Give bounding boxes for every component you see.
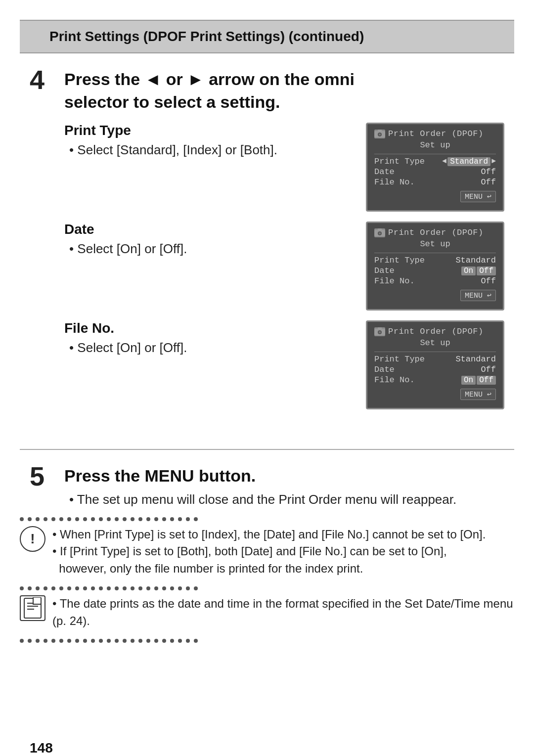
lcd-row-f-3: File No. On Off <box>374 375 496 385</box>
dot <box>59 517 63 521</box>
header-bar: Print Settings (DPOF Print Settings) (co… <box>20 20 514 53</box>
lcd-value-on-fileno: On <box>461 376 476 385</box>
dot <box>75 586 79 590</box>
dot <box>83 586 87 590</box>
dot <box>91 639 95 643</box>
svg-rect-5 <box>378 228 382 230</box>
dot <box>75 639 79 643</box>
dot <box>107 517 111 521</box>
svg-rect-16 <box>33 597 41 604</box>
lcd-row-d-2: Date On Off <box>374 266 496 275</box>
dot <box>107 586 111 590</box>
dot <box>51 639 55 643</box>
dot <box>67 517 71 521</box>
svg-rect-1 <box>378 130 382 132</box>
lcd-footer-2: MENU ↩ <box>374 290 496 301</box>
lcd-title-bar-2: Print Order (DPOF) <box>374 228 496 237</box>
dot <box>28 639 32 643</box>
dot <box>20 586 24 590</box>
print-type-left: Print Type • Select [Standard], [Index] … <box>64 123 366 158</box>
step5-row: 5 Press the MENU button. • The set up me… <box>30 465 504 507</box>
note-document: • The date prints as the date and time i… <box>20 595 514 630</box>
note-bullet-2: • If [Print Type] is set to [Both], both… <box>52 543 486 578</box>
subsection-fileno: File No. • Select [On] or [Off]. Print O… <box>64 320 504 409</box>
dot <box>131 517 134 521</box>
lcd-title-1: Print Order (DPOF) <box>388 129 484 138</box>
notes-section: ! • When [Print Type] is set to [Index],… <box>20 517 514 643</box>
main-content: 4 Press the ◄ or ► arrow on the omni sel… <box>0 53 534 434</box>
lcd-menu-btn-3: MENU ↩ <box>460 389 496 400</box>
dot <box>123 517 127 521</box>
note-bullet-1: • When [Print Type] is set to [Index], t… <box>52 526 486 543</box>
dot <box>178 517 182 521</box>
dot <box>44 586 47 590</box>
svg-point-3 <box>379 133 381 135</box>
dot <box>123 639 127 643</box>
dot <box>194 517 198 521</box>
dot <box>146 586 150 590</box>
lcd-value-off-fileno: Off <box>477 376 496 385</box>
step4-title-line2: selector to select a setting. <box>64 91 504 113</box>
page: Print Settings (DPOF Print Settings) (co… <box>0 20 534 756</box>
lcd-subtitle-2: Set up <box>374 239 496 249</box>
dot-divider-bottom <box>20 586 514 590</box>
dot <box>138 639 142 643</box>
dot <box>59 639 63 643</box>
menu-bold: MENU <box>145 466 194 485</box>
lcd-row-pt-2: Date Off <box>374 167 496 177</box>
dot-row-2 <box>20 586 198 590</box>
subsection-print-type: Print Type • Select [Standard], [Index] … <box>64 123 504 212</box>
note-document-text: • The date prints as the date and time i… <box>52 595 514 630</box>
dot <box>123 586 127 590</box>
dot <box>154 586 158 590</box>
lcd-screen-fileno: Print Order (DPOF) Set up Print Type Sta… <box>366 320 504 409</box>
dot <box>186 639 190 643</box>
step4-title-line1: Press the ◄ or ► arrow on the omni <box>64 68 504 90</box>
svg-point-11 <box>379 331 381 333</box>
dot <box>131 586 134 590</box>
dot <box>67 586 71 590</box>
dot <box>99 586 103 590</box>
lcd-menu-btn-2: MENU ↩ <box>460 290 496 301</box>
exclamation-icon: ! <box>20 526 45 552</box>
note-exclamation: ! • When [Print Type] is set to [Index],… <box>20 526 514 578</box>
fileno-left: File No. • Select [On] or [Off]. <box>64 320 366 356</box>
fileno-bullet: • Select [On] or [Off]. <box>69 340 356 356</box>
lcd-subtitle-1: Set up <box>374 140 496 150</box>
svg-point-7 <box>379 232 381 234</box>
dot <box>44 639 47 643</box>
lcd-row-d-1: Print Type Standard <box>374 256 496 265</box>
dot <box>28 517 32 521</box>
dot <box>51 586 55 590</box>
note-doc-bullet: • The date prints as the date and time i… <box>52 595 514 630</box>
dot <box>138 586 142 590</box>
lcd-screen-print-type: Print Order (DPOF) Set up Print Type ◄ S… <box>366 123 504 212</box>
lcd-camera-icon-2 <box>374 228 385 237</box>
dot <box>107 639 111 643</box>
dot <box>194 586 198 590</box>
dot <box>20 517 24 521</box>
lcd-row-pt-1: Print Type ◄ Standard ► <box>374 157 496 166</box>
dot-row-3 <box>20 639 198 643</box>
dot <box>154 639 158 643</box>
dot <box>28 586 32 590</box>
dot <box>83 639 87 643</box>
dot <box>115 586 119 590</box>
fileno-title: File No. <box>64 320 356 336</box>
lcd-row-f-2: Date Off <box>374 365 496 374</box>
dot <box>99 639 103 643</box>
lcd-title-bar-3: Print Order (DPOF) <box>374 327 496 336</box>
step5-bullet: • The set up menu will close and the Pri… <box>69 492 504 507</box>
dot <box>91 586 95 590</box>
dot <box>20 639 24 643</box>
dot <box>170 639 174 643</box>
lcd-menu-btn-1: MENU ↩ <box>460 191 496 202</box>
step5-section: 5 Press the MENU button. • The set up me… <box>0 465 534 507</box>
dot <box>138 517 142 521</box>
dot <box>162 639 166 643</box>
lcd-row-pt-3: File No. Off <box>374 178 496 187</box>
dot <box>186 517 190 521</box>
lcd-footer-3: MENU ↩ <box>374 389 496 400</box>
step4-row: 4 Press the ◄ or ► arrow on the omni sel… <box>30 68 504 414</box>
dot <box>162 517 166 521</box>
